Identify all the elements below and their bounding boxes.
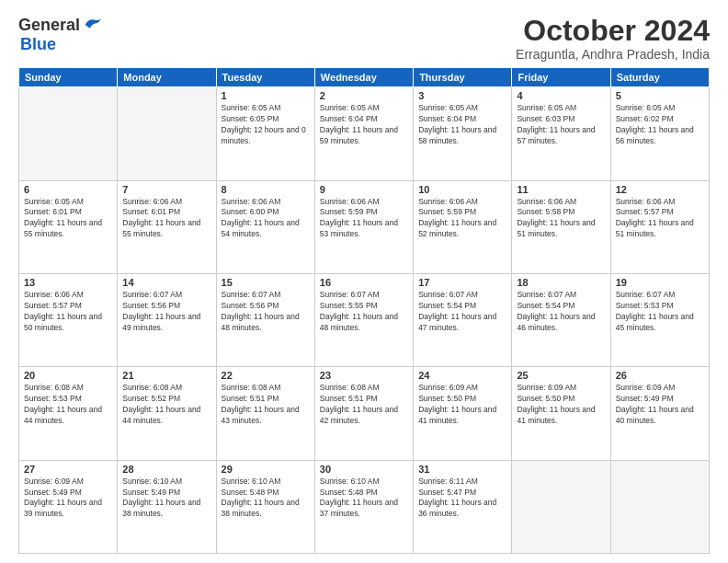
week-row-2: 13Sunrise: 6:06 AMSunset: 5:57 PMDayligh… [19,273,710,366]
day-number: 1 [222,90,310,101]
logo-general-text: General [18,16,80,35]
day-info: Sunrise: 6:07 AMSunset: 5:56 PMDaylight:… [122,290,210,334]
day-cell: 16Sunrise: 6:07 AMSunset: 5:55 PMDayligh… [314,273,413,366]
day-info: Sunrise: 6:09 AMSunset: 5:50 PMDaylight:… [517,383,605,427]
day-cell: 10Sunrise: 6:06 AMSunset: 5:59 PMDayligh… [414,180,512,273]
day-info: Sunrise: 6:08 AMSunset: 5:51 PMDaylight:… [222,383,310,427]
day-cell: 8Sunrise: 6:06 AMSunset: 6:00 PMDaylight… [216,180,314,273]
day-number: 31 [418,464,506,475]
day-cell [118,87,216,180]
day-cell: 31Sunrise: 6:11 AMSunset: 5:47 PMDayligh… [414,460,512,553]
day-number: 30 [320,464,408,475]
day-number: 4 [517,90,605,101]
day-info: Sunrise: 6:09 AMSunset: 5:49 PMDaylight:… [616,383,704,427]
week-row-3: 20Sunrise: 6:08 AMSunset: 5:53 PMDayligh… [19,367,710,460]
day-info: Sunrise: 6:10 AMSunset: 5:48 PMDaylight:… [320,477,408,521]
day-number: 12 [616,184,704,195]
day-info: Sunrise: 6:10 AMSunset: 5:48 PMDaylight:… [222,477,310,521]
day-cell: 12Sunrise: 6:06 AMSunset: 5:57 PMDayligh… [610,180,709,273]
day-info: Sunrise: 6:05 AMSunset: 6:05 PMDaylight:… [222,103,310,147]
day-number: 26 [616,370,704,381]
day-info: Sunrise: 6:06 AMSunset: 5:57 PMDaylight:… [24,290,112,334]
day-info: Sunrise: 6:06 AMSunset: 5:59 PMDaylight:… [418,197,506,241]
day-cell: 22Sunrise: 6:08 AMSunset: 5:51 PMDayligh… [216,367,314,460]
day-cell [512,460,610,553]
day-cell: 11Sunrise: 6:06 AMSunset: 5:58 PMDayligh… [512,180,610,273]
day-cell [19,87,118,180]
day-cell: 13Sunrise: 6:06 AMSunset: 5:57 PMDayligh… [19,273,118,366]
day-info: Sunrise: 6:07 AMSunset: 5:53 PMDaylight:… [616,290,704,334]
day-cell: 27Sunrise: 6:09 AMSunset: 5:49 PMDayligh… [19,460,118,553]
day-cell: 21Sunrise: 6:08 AMSunset: 5:52 PMDayligh… [118,367,216,460]
day-cell: 14Sunrise: 6:07 AMSunset: 5:56 PMDayligh… [118,273,216,366]
location: Erraguntla, Andhra Pradesh, India [516,47,710,62]
day-number: 7 [122,184,210,195]
day-cell: 24Sunrise: 6:09 AMSunset: 5:50 PMDayligh… [414,367,512,460]
day-number: 23 [320,370,408,381]
day-header-monday: Monday [118,68,216,87]
day-header-wednesday: Wednesday [314,68,413,87]
day-info: Sunrise: 6:05 AMSunset: 6:04 PMDaylight:… [320,103,408,147]
day-number: 27 [24,464,112,475]
day-cell: 29Sunrise: 6:10 AMSunset: 5:48 PMDayligh… [216,460,314,553]
day-cell: 1Sunrise: 6:05 AMSunset: 6:05 PMDaylight… [216,87,314,180]
day-number: 20 [24,370,112,381]
day-number: 13 [24,277,112,288]
day-header-tuesday: Tuesday [216,68,314,87]
day-cell [610,460,709,553]
day-header-thursday: Thursday [414,68,512,87]
day-number: 10 [418,184,506,195]
day-cell: 23Sunrise: 6:08 AMSunset: 5:51 PMDayligh… [314,367,413,460]
day-info: Sunrise: 6:09 AMSunset: 5:50 PMDaylight:… [418,383,506,427]
day-info: Sunrise: 6:06 AMSunset: 5:58 PMDaylight:… [517,197,605,241]
day-number: 11 [517,184,605,195]
day-number: 18 [517,277,605,288]
day-cell: 26Sunrise: 6:09 AMSunset: 5:49 PMDayligh… [610,367,709,460]
day-number: 21 [122,370,210,381]
day-number: 15 [222,277,310,288]
title-section: October 2024 Erraguntla, Andhra Pradesh,… [516,15,710,62]
week-row-1: 6Sunrise: 6:05 AMSunset: 6:01 PMDaylight… [19,180,710,273]
day-number: 14 [122,277,210,288]
day-info: Sunrise: 6:07 AMSunset: 5:54 PMDaylight:… [517,290,605,334]
day-info: Sunrise: 6:07 AMSunset: 5:56 PMDaylight:… [222,290,310,334]
day-cell: 4Sunrise: 6:05 AMSunset: 6:03 PMDaylight… [512,87,610,180]
day-cell: 30Sunrise: 6:10 AMSunset: 5:48 PMDayligh… [314,460,413,553]
day-number: 6 [24,184,112,195]
day-cell: 9Sunrise: 6:06 AMSunset: 5:59 PMDaylight… [314,180,413,273]
day-cell: 3Sunrise: 6:05 AMSunset: 6:04 PMDaylight… [414,87,512,180]
day-info: Sunrise: 6:05 AMSunset: 6:01 PMDaylight:… [24,197,112,241]
day-number: 22 [222,370,310,381]
calendar-body: 1Sunrise: 6:05 AMSunset: 6:05 PMDaylight… [19,87,710,554]
day-number: 29 [222,464,310,475]
week-row-4: 27Sunrise: 6:09 AMSunset: 5:49 PMDayligh… [19,460,710,553]
day-number: 19 [616,277,704,288]
day-number: 8 [222,184,310,195]
day-info: Sunrise: 6:06 AMSunset: 5:57 PMDaylight:… [616,197,704,241]
day-cell: 6Sunrise: 6:05 AMSunset: 6:01 PMDaylight… [19,180,118,273]
logo: General Blue [18,15,102,54]
day-cell: 20Sunrise: 6:08 AMSunset: 5:53 PMDayligh… [19,367,118,460]
day-header-friday: Friday [512,68,610,87]
day-info: Sunrise: 6:06 AMSunset: 5:59 PMDaylight:… [320,197,408,241]
day-number: 17 [418,277,506,288]
day-info: Sunrise: 6:08 AMSunset: 5:52 PMDaylight:… [122,383,210,427]
calendar-page: General Blue October 2024 Erraguntla, An… [0,0,728,563]
calendar-table: SundayMondayTuesdayWednesdayThursdayFrid… [18,67,710,554]
day-info: Sunrise: 6:05 AMSunset: 6:02 PMDaylight:… [616,103,704,147]
month-title: October 2024 [516,15,710,47]
day-number: 24 [418,370,506,381]
day-cell: 7Sunrise: 6:06 AMSunset: 6:01 PMDaylight… [118,180,216,273]
day-cell: 5Sunrise: 6:05 AMSunset: 6:02 PMDaylight… [610,87,709,180]
day-number: 16 [320,277,408,288]
day-info: Sunrise: 6:07 AMSunset: 5:55 PMDaylight:… [320,290,408,334]
logo-blue-text: Blue [20,35,56,54]
day-cell: 17Sunrise: 6:07 AMSunset: 5:54 PMDayligh… [414,273,512,366]
day-info: Sunrise: 6:06 AMSunset: 6:00 PMDaylight:… [222,197,310,241]
day-info: Sunrise: 6:05 AMSunset: 6:03 PMDaylight:… [517,103,605,147]
day-header-sunday: Sunday [19,68,118,87]
day-info: Sunrise: 6:08 AMSunset: 5:53 PMDaylight:… [24,383,112,427]
day-info: Sunrise: 6:07 AMSunset: 5:54 PMDaylight:… [418,290,506,334]
day-info: Sunrise: 6:05 AMSunset: 6:04 PMDaylight:… [418,103,506,147]
day-cell: 15Sunrise: 6:07 AMSunset: 5:56 PMDayligh… [216,273,314,366]
